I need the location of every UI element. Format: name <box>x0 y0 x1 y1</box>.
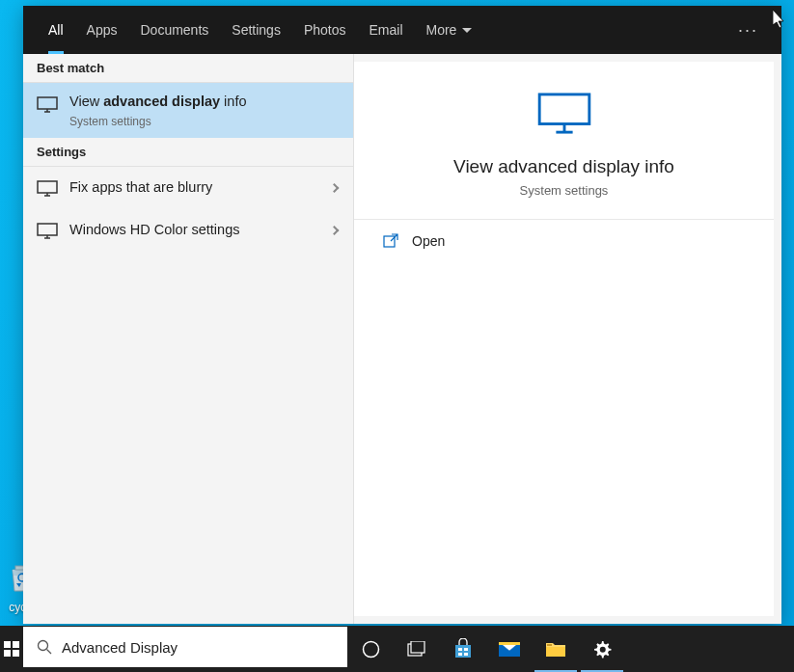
taskbar-mail[interactable] <box>486 626 533 672</box>
chevron-down-icon <box>462 28 472 33</box>
taskbar-icons <box>347 626 625 672</box>
svg-rect-28 <box>499 642 520 645</box>
task-view-icon <box>407 641 426 657</box>
gear-icon <box>592 639 612 659</box>
chevron-right-icon <box>330 183 340 193</box>
monitor-large-icon <box>536 93 592 135</box>
search-icon <box>37 639 52 655</box>
result-hd-color[interactable]: Windows HD Color settings <box>23 209 353 252</box>
svg-point-31 <box>600 647 606 653</box>
start-button[interactable] <box>0 626 23 672</box>
store-icon <box>452 638 474 659</box>
open-icon <box>383 233 398 249</box>
detail-title: View advanced display info <box>373 156 754 177</box>
svg-rect-25 <box>458 653 462 656</box>
search-content: Best match View advanced display info Sy… <box>23 54 781 624</box>
tab-settings[interactable]: Settings <box>220 6 292 54</box>
detail-pane: View advanced display info System settin… <box>354 62 774 616</box>
svg-rect-17 <box>13 650 19 657</box>
taskbar <box>0 626 794 672</box>
search-input[interactable] <box>62 639 334 656</box>
svg-point-20 <box>363 641 378 657</box>
result-fix-blurry[interactable]: Fix apps that are blurry <box>23 167 353 209</box>
svg-rect-23 <box>458 648 462 651</box>
result-subtitle: System settings <box>69 115 340 128</box>
taskbar-search[interactable] <box>23 627 347 667</box>
svg-rect-14 <box>4 641 11 648</box>
svg-rect-4 <box>38 181 57 193</box>
tab-email[interactable]: Email <box>357 6 414 54</box>
result-title: Windows HD Color settings <box>69 221 315 240</box>
tab-apps[interactable]: Apps <box>75 6 129 54</box>
svg-line-19 <box>47 650 52 655</box>
svg-rect-15 <box>13 641 19 648</box>
tab-all[interactable]: All <box>37 6 75 54</box>
monitor-icon <box>37 178 58 200</box>
svg-point-18 <box>39 641 48 651</box>
action-open-label: Open <box>412 233 445 249</box>
search-flyout: All Apps Documents Settings Photos Email… <box>23 6 781 624</box>
result-title: Fix apps that are blurry <box>69 178 315 198</box>
taskbar-store[interactable] <box>440 626 486 672</box>
task-view-button[interactable] <box>394 626 440 672</box>
cursor-icon <box>773 10 786 29</box>
result-best-match[interactable]: View advanced display info System settin… <box>23 83 353 138</box>
search-tab-bar: All Apps Documents Settings Photos Email… <box>23 6 781 54</box>
windows-icon <box>4 641 19 657</box>
svg-rect-7 <box>38 224 57 235</box>
overflow-menu-button[interactable]: ··· <box>728 20 768 40</box>
svg-rect-26 <box>464 653 468 656</box>
svg-rect-16 <box>4 650 11 657</box>
file-explorer-icon <box>545 640 566 658</box>
monitor-icon <box>37 221 58 242</box>
svg-rect-1 <box>38 97 57 109</box>
svg-rect-10 <box>539 94 589 124</box>
svg-rect-13 <box>384 236 395 247</box>
section-settings: Settings <box>23 138 353 167</box>
section-best-match: Best match <box>23 54 353 83</box>
svg-rect-30 <box>547 644 552 646</box>
tab-documents[interactable]: Documents <box>128 6 220 54</box>
detail-card: View advanced display info System settin… <box>354 62 774 220</box>
detail-subtitle: System settings <box>373 183 754 198</box>
svg-rect-29 <box>546 647 565 657</box>
svg-rect-24 <box>464 648 468 651</box>
results-pane: Best match View advanced display info Sy… <box>23 54 354 624</box>
chevron-right-icon <box>330 226 340 235</box>
tab-more[interactable]: More <box>415 6 484 54</box>
mail-icon <box>498 639 521 659</box>
result-title: View advanced display info <box>69 93 340 112</box>
tab-photos[interactable]: Photos <box>292 6 358 54</box>
monitor-icon <box>37 94 58 116</box>
cortana-button[interactable] <box>347 626 394 672</box>
svg-rect-22 <box>411 641 424 653</box>
action-open[interactable]: Open <box>354 220 774 262</box>
taskbar-explorer[interactable] <box>533 626 579 672</box>
cortana-icon <box>362 640 380 659</box>
taskbar-settings[interactable] <box>579 626 625 672</box>
